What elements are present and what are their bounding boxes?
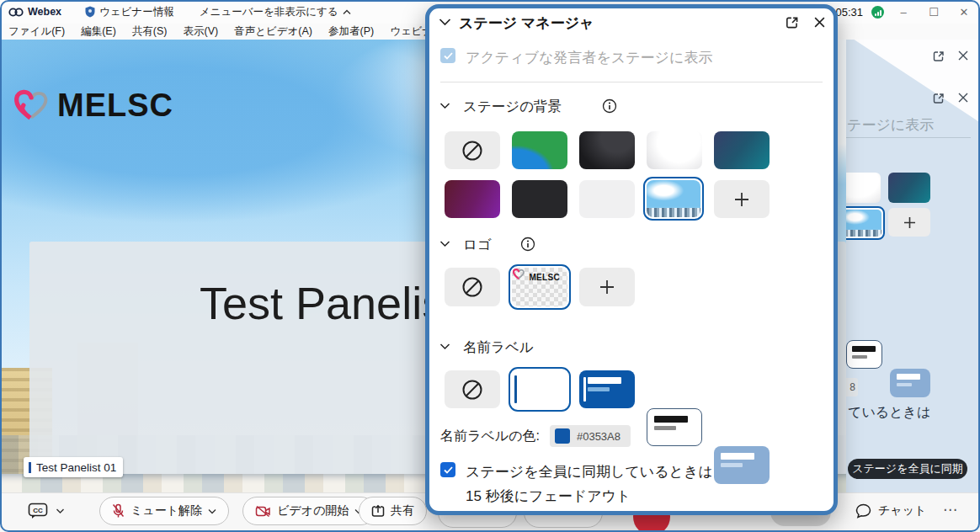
panel-close-icon[interactable]: [957, 50, 969, 61]
logo-option-none[interactable]: [445, 268, 500, 306]
logo-info-icon[interactable]: [520, 237, 535, 252]
active-speaker-checkbox: [440, 48, 455, 63]
dialog-title: ステージ マネージャ: [459, 13, 594, 33]
block-icon: [461, 140, 483, 162]
window-close-button[interactable]: ✕: [953, 6, 975, 19]
bg-option-purple[interactable]: [445, 180, 500, 218]
captions-chevron-icon[interactable]: [56, 508, 65, 514]
block-icon: [461, 276, 483, 298]
menu-audio-video[interactable]: 音声とビデオ(A): [234, 24, 312, 39]
background-section-chevron-icon[interactable]: [439, 102, 450, 109]
bg-option-navy-teal[interactable]: [714, 131, 770, 169]
dialog-divider: [440, 82, 823, 82]
add-icon: [599, 279, 615, 295]
bg-option-light-gray[interactable]: [579, 180, 635, 218]
share-button[interactable]: 共有: [359, 497, 427, 525]
panel-bg-thumb-city-selected[interactable]: [846, 206, 885, 240]
label-color-picker[interactable]: #0353A8: [550, 425, 631, 447]
panel-bg-thumb-teal[interactable]: [888, 173, 930, 203]
namelabel-option-blue[interactable]: [579, 370, 635, 408]
add-icon: [734, 192, 749, 207]
label-color-caption: 名前ラベルの色:: [440, 428, 540, 445]
logo-add-button[interactable]: [579, 268, 635, 306]
bg-option-none[interactable]: [445, 131, 500, 169]
unmute-button[interactable]: ミュート解除: [99, 497, 229, 525]
svg-text:CC: CC: [33, 507, 43, 514]
namelabel-section-chevron-icon[interactable]: [439, 343, 450, 350]
background-info-icon[interactable]: [602, 98, 617, 114]
logo-option-melsc-selected[interactable]: MELSC: [509, 264, 571, 310]
dialog-collapse-chevron-icon[interactable]: [439, 18, 451, 26]
menu-participants[interactable]: 参加者(P): [328, 24, 374, 39]
panel-active-speaker-label-cut: テージに表示: [847, 115, 934, 135]
melsc-heart-icon: [12, 87, 51, 124]
chat-icon: [855, 503, 871, 519]
bg-add-button[interactable]: [714, 180, 770, 218]
panel-popout-icon[interactable]: [932, 92, 945, 105]
namelabel-option-translucent[interactable]: [714, 446, 770, 484]
chevron-up-icon: [343, 9, 351, 15]
namelabel-option-accent-selected[interactable]: [509, 367, 571, 412]
namelabel-option-none[interactable]: [445, 370, 500, 408]
camera-off-icon: [255, 505, 271, 518]
stage-manager-dialog: ステージ マネージャ アクティブな発言者をステージに表示 ステージの背景 ロゴ …: [425, 4, 838, 515]
panel-color-pill-cut: 8: [846, 378, 858, 396]
panel-namelabel-thumb-outline[interactable]: [846, 340, 882, 369]
active-speaker-label: アクティブな発言者をステージに表示: [466, 48, 712, 67]
menu-share[interactable]: 共有(S): [132, 24, 168, 39]
bg-option-city-selected[interactable]: [643, 177, 704, 221]
share-icon: [371, 504, 385, 518]
logo-section-chevron-icon[interactable]: [439, 240, 450, 247]
stage-manager-panel: テージに表示 8 ているときは ステージを全員に同期: [846, 40, 980, 492]
panel-popout-icon[interactable]: [932, 50, 945, 63]
more-options-button[interactable]: ⋯: [943, 501, 957, 519]
melsc-heart-icon: [512, 268, 525, 280]
unmute-chevron-icon: [208, 508, 216, 514]
fadeout-label: ステージを全員に同期しているときは 15 秒後にフェードアウト: [466, 460, 713, 508]
webex-brand: Webex: [8, 6, 61, 18]
webex-logo-icon: [8, 7, 24, 18]
panel-divider: [846, 137, 971, 138]
panel-namelabel-thumb-translucent[interactable]: [890, 369, 930, 397]
sync-stage-button[interactable]: ステージを全員に同期: [848, 459, 967, 479]
namelabel-option-outline[interactable]: [647, 408, 702, 446]
chat-button[interactable]: チャット: [855, 503, 926, 519]
panel-sync-label-cut: ているときは: [848, 404, 930, 422]
stage-name-label: Test Panelist 01: [24, 457, 123, 477]
bg-option-light-wave[interactable]: [647, 131, 702, 169]
app-title: Webex: [28, 6, 61, 18]
mic-muted-icon: [112, 503, 125, 519]
color-value: #0353A8: [577, 430, 620, 443]
logo-section-title: ロゴ: [463, 236, 492, 254]
webinar-info-button[interactable]: ウェビナー情報: [85, 5, 174, 19]
captions-icon[interactable]: CC: [28, 503, 48, 519]
menu-edit[interactable]: 編集(E): [81, 24, 116, 39]
dialog-close-icon[interactable]: [813, 16, 826, 29]
tile-display-name: Test Panelist: [200, 277, 457, 329]
menu-view[interactable]: 表示(V): [183, 24, 218, 39]
hide-menubar-button[interactable]: メニューバーを非表示にする: [200, 5, 351, 19]
panel-bg-add-button[interactable]: [888, 208, 930, 237]
bg-option-charcoal[interactable]: [512, 180, 567, 218]
connection-quality-icon[interactable]: [871, 6, 884, 19]
menu-file[interactable]: ファイル(F): [8, 24, 65, 39]
color-swatch: [555, 428, 570, 444]
bg-option-green-blue[interactable]: [512, 131, 567, 169]
dialog-popout-icon[interactable]: [785, 15, 800, 30]
fadeout-checkbox[interactable]: [440, 462, 455, 477]
maximize-button[interactable]: ☐: [923, 6, 945, 19]
stage-brand-logo: MELSC: [12, 87, 173, 124]
namelabel-section-title: 名前ラベル: [463, 338, 534, 357]
meeting-timer: 05:31: [835, 6, 863, 19]
minimize-button[interactable]: –: [892, 6, 914, 19]
start-video-button[interactable]: ビデオの開始: [242, 497, 375, 525]
bg-option-dark-wave[interactable]: [579, 131, 635, 169]
panel-bg-thumb-light[interactable]: [846, 173, 881, 203]
shield-icon: [85, 6, 95, 18]
block-icon: [461, 379, 483, 401]
panel-close-icon[interactable]: [957, 92, 969, 104]
background-section-title: ステージの背景: [463, 98, 562, 116]
name-label-accent: [29, 462, 31, 473]
